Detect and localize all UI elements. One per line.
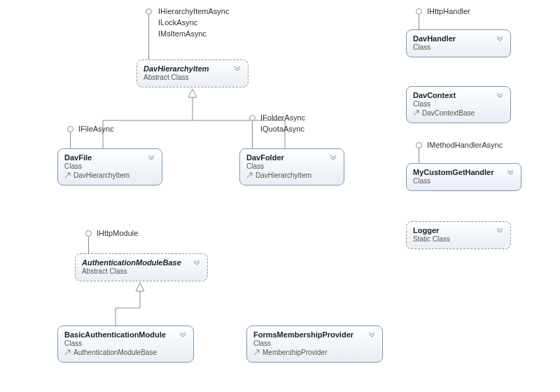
- class-dav-file[interactable]: DavFile Class DavHierarchyItem: [57, 148, 162, 186]
- class-stereotype: Class: [64, 340, 187, 347]
- class-name: DavHierarchyItem: [144, 64, 209, 73]
- inherit-arrow-icon: [64, 172, 71, 178]
- inherit-arrow-icon: [246, 172, 253, 178]
- class-dav-context[interactable]: DavContext Class DavContextBase: [406, 86, 511, 123]
- class-name: FormsMembershipProvider: [253, 330, 354, 339]
- diagram-canvas: IHierarchyItemAsync ILockAsync IMsItemAs…: [0, 0, 560, 392]
- interface-label: IQuotaAsync: [260, 125, 304, 133]
- class-name: DavContext: [413, 91, 456, 99]
- class-stereotype: Class: [413, 177, 514, 185]
- lollipop-ball: [85, 230, 92, 237]
- interface-label: IMethodHandlerAsync: [427, 141, 503, 149]
- lollipop-ball: [67, 126, 74, 132]
- chevron-down-icon[interactable]: [192, 258, 201, 267]
- class-forms-membership[interactable]: FormsMembershipProvider Class Membership…: [246, 326, 383, 363]
- chevron-down-icon[interactable]: [506, 168, 514, 176]
- inherit-arrow-icon: [413, 110, 419, 116]
- chevron-down-icon[interactable]: [147, 153, 155, 162]
- class-name: DavFolder: [246, 153, 284, 162]
- class-stereotype: Class: [64, 162, 155, 170]
- lollipop-ball: [416, 142, 422, 148]
- lollipop-stem: [70, 132, 71, 148]
- class-stereotype: Class: [246, 162, 337, 170]
- class-stereotype: Class: [253, 340, 376, 347]
- interface-label: IHttpModule: [97, 229, 138, 237]
- lollipop-ball: [249, 115, 255, 121]
- chevron-down-icon[interactable]: [178, 330, 187, 339]
- inherit-arrow-icon: [64, 349, 71, 356]
- class-stereotype: Static Class: [413, 235, 504, 243]
- class-name: Logger: [413, 226, 439, 234]
- class-stereotype: Class: [413, 43, 504, 51]
- interface-label: ILockAsync: [158, 18, 197, 27]
- chevron-down-icon[interactable]: [233, 64, 241, 73]
- interface-label: IHierarchyItemAsync: [158, 7, 229, 15]
- interface-label: IHttpHandler: [427, 7, 470, 15]
- class-name: DavFile: [64, 153, 92, 162]
- inherit-arrow-icon: [253, 349, 260, 356]
- lollipop-stem: [252, 121, 253, 148]
- lollipop-ball: [146, 8, 152, 15]
- interface-label: IMsItemAsync: [158, 29, 206, 38]
- class-logger[interactable]: Logger Static Class: [406, 221, 511, 249]
- chevron-down-icon[interactable]: [496, 34, 504, 43]
- lollipop-stem: [419, 15, 419, 29]
- interface-label: IFileAsync: [78, 125, 114, 133]
- class-stereotype: Class: [413, 100, 504, 108]
- class-basic-auth-module[interactable]: BasicAuthenticationModule Class Authenti…: [57, 326, 194, 363]
- class-name: AuthenticationModuleBase: [82, 258, 181, 267]
- class-base: AuthenticationModuleBase: [64, 349, 187, 356]
- interface-label: IFolderAsync: [260, 113, 305, 122]
- chevron-down-icon[interactable]: [368, 330, 376, 339]
- class-stereotype: Abstract Class: [82, 267, 201, 275]
- chevron-down-icon[interactable]: [496, 91, 504, 99]
- class-my-custom-get-handler[interactable]: MyCustomGetHandler Class: [406, 163, 522, 191]
- class-base: DavHierarchyItem: [64, 172, 155, 179]
- lollipop-stem: [148, 15, 149, 59]
- chevron-down-icon[interactable]: [329, 153, 337, 162]
- svg-marker-0: [188, 89, 197, 97]
- class-auth-module-base[interactable]: AuthenticationModuleBase Abstract Class: [75, 253, 208, 281]
- svg-marker-5: [136, 283, 144, 291]
- class-dav-hierarchy-item[interactable]: DavHierarchyItem Abstract Class: [136, 59, 248, 88]
- class-base: DavContextBase: [413, 109, 504, 117]
- class-dav-folder[interactable]: DavFolder Class DavHierarchyItem: [239, 148, 344, 186]
- chevron-down-icon[interactable]: [496, 226, 504, 234]
- class-base: DavHierarchyItem: [246, 172, 337, 179]
- class-dav-handler[interactable]: DavHandler Class: [406, 29, 511, 57]
- class-name: DavHandler: [413, 34, 456, 43]
- class-stereotype: Abstract Class: [144, 74, 241, 81]
- class-name: MyCustomGetHandler: [413, 168, 494, 176]
- class-base: MembershipProvider: [253, 349, 376, 356]
- lollipop-ball: [416, 8, 422, 15]
- lollipop-stem: [419, 148, 419, 163]
- lollipop-stem: [88, 237, 89, 253]
- class-name: BasicAuthenticationModule: [64, 330, 166, 339]
